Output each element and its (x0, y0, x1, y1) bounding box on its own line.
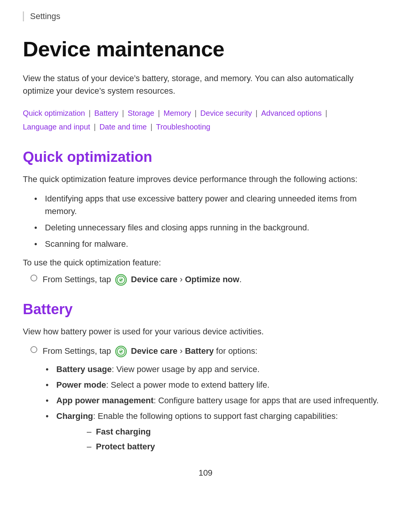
bullet-item-2: Deleting unnecessary files and closing a… (34, 221, 388, 234)
page-container: Settings Device maintenance View the sta… (0, 0, 411, 532)
separator-8: | (148, 123, 155, 131)
separator-4: | (193, 109, 199, 117)
nav-advanced-options[interactable]: Advanced options (261, 109, 322, 117)
app-power-item: App power management: Configure battery … (46, 394, 388, 407)
battery-usage-item: Battery usage: View power usage by app a… (46, 363, 388, 375)
step-period: . (239, 275, 242, 284)
step-content: From Settings, tap Device care › Optimiz… (43, 273, 388, 286)
page-description: View the status of your device’s battery… (23, 72, 365, 97)
battery-step-text: From Settings, tap (43, 346, 111, 356)
step-arrow: › (180, 275, 185, 284)
battery-device-care-label: Device care (131, 346, 177, 356)
device-care-icon (115, 274, 127, 286)
settings-header: Settings (23, 11, 388, 21)
nav-memory[interactable]: Memory (164, 109, 191, 117)
separator-7: | (92, 123, 98, 131)
nav-quick-optimization[interactable]: Quick optimization (23, 109, 85, 117)
power-mode-item: Power mode: Select a power mode to exten… (46, 379, 388, 391)
quick-optimization-title: Quick optimization (23, 149, 388, 165)
app-power-text: : Configure battery usage for apps that … (153, 396, 379, 405)
page-title: Device maintenance (23, 37, 388, 61)
step-optimize-now: Optimize now (185, 275, 239, 284)
battery-step: From Settings, tap Device care › Battery… (23, 345, 388, 358)
nav-links: Quick optimization | Battery | Storage |… (23, 106, 388, 134)
charging-dash-list: Fast charging Protect battery (87, 425, 388, 453)
charging-bold: Charging (56, 411, 93, 421)
fast-charging-item: Fast charging (87, 425, 388, 438)
nav-battery[interactable]: Battery (94, 109, 118, 117)
battery-step-bullet (30, 346, 37, 353)
nav-troubleshooting[interactable]: Troubleshooting (156, 123, 210, 131)
quick-optimization-section: Quick optimization The quick optimizatio… (23, 149, 388, 286)
separator-5: | (253, 109, 260, 117)
battery-section: Battery View how battery power is used f… (23, 301, 388, 453)
battery-sub-bullets: Battery usage: View power usage by app a… (46, 363, 388, 453)
power-mode-text: : Select a power mode to extend battery … (106, 380, 269, 390)
quick-optimization-step: From Settings, tap Device care › Optimiz… (23, 273, 388, 286)
nav-storage[interactable]: Storage (127, 109, 154, 117)
battery-usage-bold: Battery usage (56, 364, 112, 374)
battery-usage-text: : View power usage by app and service. (112, 364, 260, 374)
battery-step-end: for options: (216, 346, 258, 356)
step-bullet-icon (30, 275, 37, 281)
battery-title: Battery (23, 301, 388, 318)
nav-device-security[interactable]: Device security (200, 109, 252, 117)
charging-item: Charging: Enable the following options t… (46, 410, 388, 453)
battery-label: Battery (185, 346, 214, 356)
nav-language-input[interactable]: Language and input (23, 123, 90, 131)
quick-optimization-instruction: To use the quick optimization feature: (23, 258, 388, 268)
charging-text: : Enable the following options to suppor… (93, 411, 338, 421)
separator-2: | (120, 109, 126, 117)
quick-optimization-description: The quick optimization feature improves … (23, 173, 384, 185)
battery-arrow: › (180, 346, 185, 356)
battery-description: View how battery power is used for your … (23, 325, 384, 338)
step-device-care: Device care (131, 275, 177, 284)
protect-battery-label: Protect battery (96, 442, 155, 451)
settings-label: Settings (30, 11, 61, 21)
separator-6: | (323, 109, 327, 117)
fast-charging-label: Fast charging (96, 427, 151, 436)
protect-battery-item: Protect battery (87, 440, 388, 453)
nav-date-time[interactable]: Date and time (99, 123, 147, 131)
page-number: 109 (23, 468, 388, 478)
separator-3: | (156, 109, 162, 117)
app-power-bold: App power management (56, 396, 153, 405)
power-mode-bold: Power mode (56, 380, 106, 390)
quick-optimization-bullets: Identifying apps that use excessive batt… (34, 192, 388, 250)
separator-1: | (86, 109, 92, 117)
step-text: From Settings, tap (43, 275, 111, 284)
bullet-item-3: Scanning for malware. (34, 238, 388, 250)
battery-device-care-icon (115, 345, 127, 358)
battery-step-content: From Settings, tap Device care › Battery… (43, 345, 388, 358)
bullet-item-1: Identifying apps that use excessive batt… (34, 192, 388, 217)
